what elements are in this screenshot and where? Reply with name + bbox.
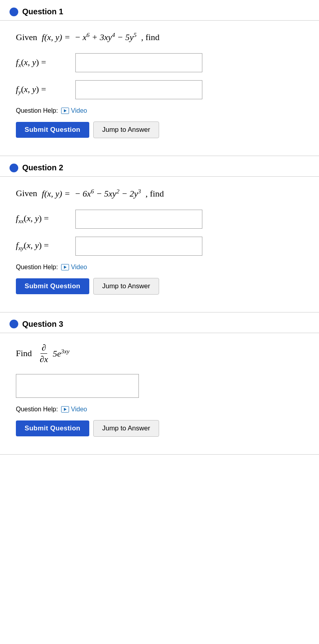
find-label-3: Find: [16, 348, 32, 359]
jump-button-2[interactable]: Jump to Answer: [93, 278, 160, 295]
fxy-field-row: fxy(x, y) =: [16, 237, 303, 256]
fxx-label: fxx(x, y) =: [16, 213, 71, 225]
jump-button-1[interactable]: Jump to Answer: [93, 121, 160, 138]
question-2-block: Question 2 Given f(x, y) = − 6x6 − 5xy2 …: [0, 156, 319, 312]
q3-answer-input[interactable]: [16, 374, 139, 398]
question-1-title: Question 1: [22, 7, 63, 16]
fxy-label: fxy(x, y) =: [16, 240, 71, 252]
video-label-1: Video: [71, 107, 87, 114]
question-1-header: Question 1: [0, 0, 319, 21]
video-link-2[interactable]: Video: [61, 264, 87, 271]
question-3-block: Question 3 Find ∂ ∂x 5e3xy Question Help…: [0, 312, 319, 455]
video-icon-2: [61, 264, 69, 270]
q1-math: f(x, y) = − x6 + 3xy4 − 5y5: [42, 32, 138, 42]
video-icon-1: [61, 108, 69, 114]
question-3-content: Find ∂ ∂x 5e3xy Question Help: Video Sub…: [0, 333, 319, 445]
video-label-2: Video: [71, 264, 87, 271]
video-link-3[interactable]: Video: [61, 406, 87, 413]
video-icon-3: [61, 406, 69, 413]
video-label-3: Video: [71, 406, 87, 413]
fx-input[interactable]: [75, 53, 202, 72]
question-3-buttons: Submit Question Jump to Answer: [16, 420, 303, 437]
find-label-2: , find: [146, 189, 164, 199]
question-1-dot: [10, 8, 18, 16]
question-2-title: Question 2: [22, 163, 63, 172]
submit-button-1[interactable]: Submit Question: [16, 122, 89, 138]
question-3-dot: [10, 320, 18, 328]
jump-button-3[interactable]: Jump to Answer: [93, 420, 160, 437]
question-1-buttons: Submit Question Jump to Answer: [16, 121, 303, 138]
question-1-content: Given f(x, y) = − x6 + 3xy4 − 5y5 , find…: [0, 21, 319, 146]
find-label-1: , find: [141, 32, 160, 42]
video-triangle-3: [64, 408, 67, 411]
submit-button-3[interactable]: Submit Question: [16, 420, 89, 436]
given-label-2: Given: [16, 189, 37, 199]
question-2-content: Given f(x, y) = − 6x6 − 5xy2 − 2y3 , fin…: [0, 177, 319, 302]
partial-denominator: ∂x: [38, 354, 49, 364]
question-2-buttons: Submit Question Jump to Answer: [16, 278, 303, 295]
question-3-help: Question Help: Video: [16, 406, 303, 413]
help-label-1: Question Help:: [16, 107, 58, 114]
help-label-3: Question Help:: [16, 406, 58, 413]
q3-expression: 5e3xy: [53, 348, 69, 359]
question-2-header: Question 2: [0, 156, 319, 177]
fy-input[interactable]: [75, 80, 202, 99]
fy-label: fy(x, y) =: [16, 84, 71, 96]
fxx-input[interactable]: [75, 210, 202, 229]
submit-button-2[interactable]: Submit Question: [16, 278, 89, 294]
question-1-help: Question Help: Video: [16, 107, 303, 114]
fxx-field-row: fxx(x, y) =: [16, 210, 303, 229]
question-1-block: Question 1 Given f(x, y) = − x6 + 3xy4 −…: [0, 0, 319, 156]
given-label-1: Given: [16, 32, 37, 42]
fx-field-row: fx(x, y) =: [16, 53, 303, 72]
question-3-text: Find ∂ ∂x 5e3xy: [16, 343, 303, 364]
question-2-dot: [10, 164, 18, 172]
question-2-text: Given f(x, y) = − 6x6 − 5xy2 − 2y3 , fin…: [16, 186, 303, 200]
question-2-help: Question Help: Video: [16, 264, 303, 271]
help-label-2: Question Help:: [16, 264, 58, 271]
video-link-1[interactable]: Video: [61, 107, 87, 114]
fy-field-row: fy(x, y) =: [16, 80, 303, 99]
fxy-input[interactable]: [75, 237, 202, 256]
partial-fraction: ∂ ∂x: [38, 343, 49, 364]
video-triangle-1: [64, 109, 67, 112]
fx-label: fx(x, y) =: [16, 57, 71, 69]
partial-numerator: ∂: [40, 343, 47, 354]
q2-math: f(x, y) = − 6x6 − 5xy2 − 2y3: [42, 189, 143, 199]
question-3-header: Question 3: [0, 312, 319, 333]
q3-fraction: ∂ ∂x 5e3xy: [37, 343, 69, 364]
video-triangle-2: [64, 266, 67, 269]
question-1-text: Given f(x, y) = − x6 + 3xy4 − 5y5 , find: [16, 30, 303, 44]
question-3-title: Question 3: [22, 320, 63, 329]
